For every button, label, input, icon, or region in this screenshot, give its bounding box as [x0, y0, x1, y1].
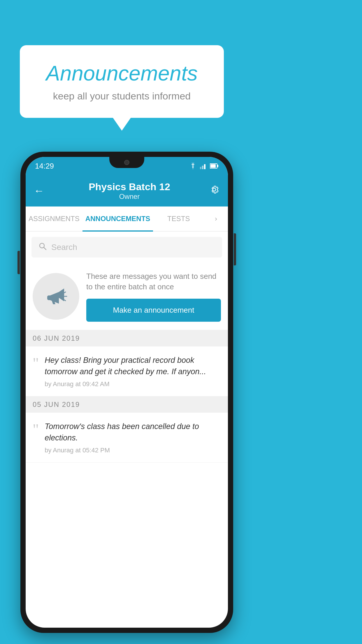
tab-announcements[interactable]: ANNOUNCEMENTS	[82, 206, 153, 231]
app-bar-subtitle: Owner	[50, 192, 209, 201]
announcement-item-2[interactable]: " Tomorrow's class has been cancelled du…	[26, 413, 228, 463]
svg-rect-0	[200, 167, 201, 169]
quote-icon-1: "	[33, 356, 39, 371]
status-icons	[189, 163, 219, 169]
status-time: 14:29	[35, 162, 54, 171]
wifi-icon	[189, 163, 197, 169]
settings-button[interactable]	[209, 184, 220, 197]
volume-button	[17, 251, 20, 274]
search-placeholder: Search	[51, 243, 77, 252]
promo-right: These are messages you want to send to t…	[86, 271, 221, 322]
speech-bubble-container: Announcements keep all your students inf…	[20, 45, 224, 118]
announcement-meta-1: by Anurag at 09:42 AM	[45, 380, 221, 388]
speech-bubble-subtitle: keep all your students informed	[37, 90, 206, 102]
date-divider-1: 06 JUN 2019	[26, 330, 228, 346]
promo-description: These are messages you want to send to t…	[86, 271, 221, 292]
svg-line-7	[44, 247, 46, 250]
phone-outer: 14:29	[20, 152, 233, 633]
search-bar[interactable]: Search	[31, 237, 222, 258]
quote-icon-2: "	[33, 422, 39, 437]
phone-container: 14:29	[20, 152, 233, 633]
back-button[interactable]: ←	[34, 185, 44, 197]
announcement-content-2: Tomorrow's class has been cancelled due …	[45, 421, 221, 454]
signal-icon	[200, 163, 207, 169]
tabs-container: ASSIGNMENTS ANNOUNCEMENTS TESTS ›	[26, 206, 228, 232]
app-bar-title-container: Physics Batch 12 Owner	[50, 181, 209, 201]
battery-icon	[210, 163, 219, 169]
announcement-promo: These are messages you want to send to t…	[26, 263, 228, 330]
speech-bubble-title: Announcements	[37, 61, 206, 85]
tab-tests[interactable]: TESTS	[153, 206, 204, 231]
power-button	[234, 233, 236, 265]
tab-more[interactable]: ›	[204, 206, 228, 231]
app-bar: ← Physics Batch 12 Owner	[26, 175, 228, 206]
promo-icon-circle	[33, 273, 79, 320]
date-divider-2: 05 JUN 2019	[26, 396, 228, 413]
svg-rect-1	[202, 166, 203, 169]
search-icon	[38, 242, 47, 252]
announcement-item-1[interactable]: " Hey class! Bring your practical record…	[26, 346, 228, 396]
search-bar-container: Search	[26, 232, 228, 263]
status-bar: 14:29	[26, 157, 228, 175]
speech-bubble: Announcements keep all your students inf…	[20, 45, 224, 118]
svg-rect-2	[204, 164, 205, 169]
announcement-text-2: Tomorrow's class has been cancelled due …	[45, 421, 221, 444]
app-bar-title: Physics Batch 12	[50, 181, 209, 192]
camera	[124, 160, 129, 165]
announcement-meta-2: by Anurag at 05:42 PM	[45, 447, 221, 454]
notch	[109, 157, 144, 168]
announcement-text-1: Hey class! Bring your practical record b…	[45, 355, 221, 377]
svg-rect-4	[217, 165, 218, 167]
tab-assignments[interactable]: ASSIGNMENTS	[26, 206, 82, 231]
announcement-content-1: Hey class! Bring your practical record b…	[45, 355, 221, 388]
phone-screen: 14:29	[26, 157, 228, 628]
make-announcement-button[interactable]: Make an announcement	[86, 299, 221, 322]
svg-rect-5	[210, 164, 216, 168]
megaphone-icon	[43, 283, 69, 309]
